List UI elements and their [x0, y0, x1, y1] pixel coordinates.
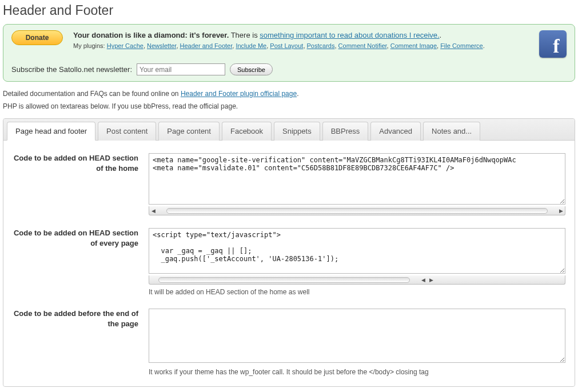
- donation-lead-bold: Your donation is like a diamond: it's fo…: [73, 31, 229, 39]
- plugin-link[interactable]: Comment Notifier: [338, 42, 387, 49]
- tab-advanced[interactable]: Advanced: [370, 122, 421, 141]
- intro-text-2: PHP is allowed on textareas below. If yo…: [3, 102, 575, 110]
- tab-post-content[interactable]: Post content: [98, 122, 156, 141]
- plugin-link[interactable]: Postcards: [307, 42, 335, 49]
- settings-tabs: Page head and footerPost contentPage con…: [3, 118, 575, 387]
- head-every-help: It will be added on HEAD section of the …: [149, 288, 565, 296]
- plugin-link[interactable]: Include Me: [236, 42, 266, 49]
- before-end-help: It works if your theme has the wp_footer…: [149, 368, 565, 376]
- tab-bbpress[interactable]: BBPress: [322, 122, 369, 141]
- head-every-textarea[interactable]: [149, 228, 565, 274]
- donation-banner: Donate Your donation is like a diamond: …: [3, 24, 575, 82]
- plugins-list: My plugins: Hyper Cache, Newsletter, Hea…: [73, 42, 532, 50]
- plugin-link[interactable]: Header and Footer: [180, 42, 233, 49]
- head-home-textarea[interactable]: [149, 153, 565, 205]
- before-end-label: Code to be added before the end of the p…: [13, 309, 149, 376]
- tab-notes-and[interactable]: Notes and...: [423, 122, 480, 141]
- plugin-link[interactable]: Hyper Cache: [107, 42, 143, 49]
- plugin-link[interactable]: Post Layout: [270, 42, 303, 49]
- official-page-link[interactable]: Header and Footer plugin official page: [181, 90, 297, 98]
- donate-button[interactable]: Donate: [11, 30, 63, 45]
- subscribe-label: Subscribe the Satollo.net newsletter:: [11, 65, 132, 74]
- subscribe-button[interactable]: Subscribe: [230, 63, 273, 75]
- donation-lead-text: There is: [229, 31, 260, 39]
- subscribe-email-input[interactable]: [137, 63, 225, 75]
- tab-snippets[interactable]: Snippets: [274, 122, 320, 141]
- facebook-icon[interactable]: f: [539, 30, 567, 58]
- plugin-link[interactable]: Comment Image: [390, 42, 437, 49]
- intro-text-1: Detailed documentation and FAQs can be f…: [3, 90, 181, 98]
- tab-page-head-and-footer[interactable]: Page head and footer: [7, 122, 95, 141]
- plugin-link[interactable]: File Commerce: [440, 42, 483, 49]
- tab-page-content[interactable]: Page content: [158, 122, 220, 141]
- page-title: Header and Footer: [3, 3, 575, 18]
- before-end-textarea[interactable]: [149, 309, 565, 363]
- donation-info-link[interactable]: something important to read about donati…: [260, 31, 439, 39]
- scrollbar[interactable]: ◀▶: [149, 275, 565, 285]
- plugin-link[interactable]: Newsletter: [147, 42, 176, 49]
- scrollbar[interactable]: ◀▶: [149, 206, 565, 215]
- head-home-label: Code to be added on HEAD section of the …: [13, 153, 149, 215]
- tab-facebook[interactable]: Facebook: [222, 122, 272, 141]
- head-every-label: Code to be added on HEAD section of ever…: [13, 228, 149, 296]
